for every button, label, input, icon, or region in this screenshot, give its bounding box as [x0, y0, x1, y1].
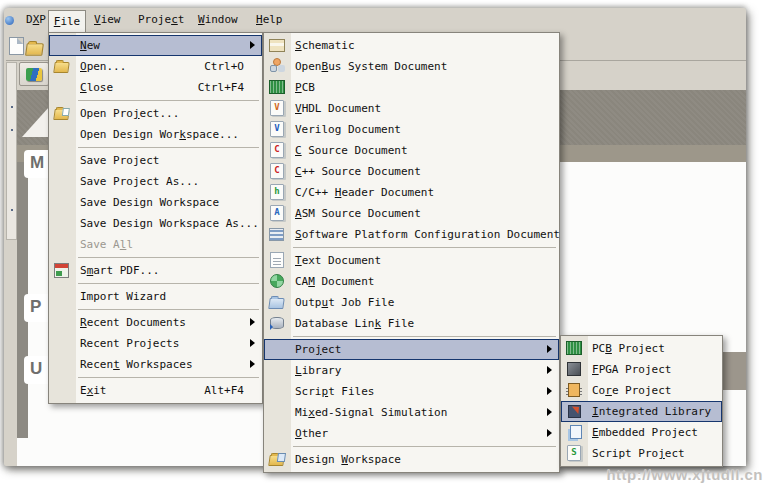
menu-item-core-project[interactable]: Core Project: [561, 380, 722, 401]
icon-gutter: [54, 37, 71, 54]
menu-item-design-workspace[interactable]: Design Workspace: [264, 449, 559, 470]
menu-item-library[interactable]: Library: [264, 360, 559, 381]
menu-item-label: Save Design Workspace: [80, 196, 219, 209]
menu-item-import-wizard[interactable]: Import Wizard: [49, 286, 262, 307]
menu-item-label: Schematic: [295, 39, 355, 52]
open-folder-icon-button[interactable]: [27, 40, 42, 55]
menubar-item-dxp[interactable]: DXP: [22, 11, 50, 29]
menu-item-integrated-library[interactable]: Integrated Library: [561, 401, 722, 422]
menu-item-database-link-file[interactable]: Database Link File: [264, 313, 559, 334]
icon-gutter: [54, 79, 71, 96]
menu-item-pcb[interactable]: PCB: [264, 77, 559, 98]
menu-item-label: Smart PDF...: [80, 264, 159, 277]
submenu-arrow-icon: [547, 345, 552, 353]
menubar-item-window[interactable]: Window: [194, 11, 242, 29]
menu-item-openbus-system-document[interactable]: OpenBus System Document: [264, 56, 559, 77]
open-folder-icon: [53, 62, 70, 73]
menu-item-script-project[interactable]: SScript Project: [561, 443, 722, 464]
software-platform-doc-icon: [269, 228, 284, 241]
icon-gutter: [54, 236, 71, 253]
submenu-arrow-icon: [547, 387, 552, 395]
submenu-arrow-icon: [547, 429, 552, 437]
submenu-arrow-icon: [547, 408, 552, 416]
submenu-arrow-icon: [547, 366, 552, 374]
menubar-item-help[interactable]: Help: [252, 11, 287, 29]
menu-item-c-c-header-document[interactable]: hC/C++ Header Document: [264, 182, 559, 203]
menu-item-pcb-project[interactable]: PCB Project: [561, 338, 722, 359]
menu-item-other[interactable]: Other: [264, 423, 559, 444]
menu-item-c-source-document[interactable]: CC++ Source Document: [264, 161, 559, 182]
fpga-project-icon: [567, 362, 581, 376]
icon-gutter: [269, 273, 286, 290]
database-link-icon: [270, 317, 284, 329]
menu-item-new[interactable]: New: [49, 35, 262, 56]
icon-gutter: [54, 356, 71, 373]
menu-item-label: PCB Project: [592, 342, 665, 355]
menu-item-embedded-project[interactable]: Embedded Project: [561, 422, 722, 443]
icon-gutter: [269, 315, 286, 332]
project-submenu: PCB ProjectFPGA ProjectCore ProjectInteg…: [560, 335, 723, 467]
menu-item-open[interactable]: Open...Ctrl+O: [49, 56, 262, 77]
output-job-icon: [268, 298, 285, 309]
icon-gutter: [269, 425, 286, 442]
icon-gutter: S: [566, 445, 583, 462]
menu-item-label: C++ Source Document: [295, 165, 421, 178]
menu-item-save-design-workspace[interactable]: Save Design Workspace: [49, 192, 262, 213]
menu-item-script-files[interactable]: Script Files: [264, 381, 559, 402]
menu-item-open-design-workspace[interactable]: Open Design Workspace...: [49, 124, 262, 145]
menu-item-close[interactable]: CloseCtrl+F4: [49, 77, 262, 98]
text-doc-icon: [270, 252, 284, 268]
menu-item-label: Import Wizard: [80, 290, 166, 303]
menu-item-recent-workspaces[interactable]: Recent Workspaces: [49, 354, 262, 375]
icon-gutter: [269, 79, 286, 96]
menu-item-save-design-workspace-as[interactable]: Save Design Workspace As...: [49, 213, 262, 234]
menu-item-verilog-document[interactable]: VVerilog Document: [264, 119, 559, 140]
menu-item-schematic[interactable]: Schematic: [264, 35, 559, 56]
menu-item-vhdl-document[interactable]: VVHDL Document: [264, 98, 559, 119]
menu-item-project[interactable]: Project: [264, 339, 559, 360]
icon-gutter: [54, 288, 71, 305]
core-project-icon: [568, 383, 580, 397]
menu-item-smart-pdf[interactable]: Smart PDF...: [49, 260, 262, 281]
menu-item-exit[interactable]: ExitAlt+F4: [49, 380, 262, 401]
menu-item-asm-source-document[interactable]: AASM Source Document: [264, 203, 559, 224]
menu-item-save-project[interactable]: Save Project: [49, 150, 262, 171]
menu-item-label: Script Files: [295, 385, 374, 398]
menu-item-text-document[interactable]: Text Document: [264, 250, 559, 271]
new-document-icon-button[interactable]: [9, 37, 24, 55]
menu-item-recent-documents[interactable]: Recent Documents: [49, 312, 262, 333]
submenu-arrow-icon: [250, 360, 255, 368]
integrated-library-icon: [568, 405, 581, 418]
icon-gutter: [269, 341, 286, 358]
icon-gutter: h: [269, 184, 286, 201]
menu-item-output-job-file[interactable]: Output Job File: [264, 292, 559, 313]
menu-item-fpga-project[interactable]: FPGA Project: [561, 359, 722, 380]
menu-item-label: Software Platform Configuration Document: [295, 228, 560, 241]
menu-item-c-source-document[interactable]: CC Source Document: [264, 140, 559, 161]
menu-item-save-all[interactable]: Save All: [49, 234, 262, 255]
icon-gutter: [566, 424, 583, 441]
icon-gutter: [54, 58, 71, 75]
menu-item-label: Design Workspace: [295, 453, 401, 466]
home-button[interactable]: [19, 62, 49, 86]
menubar-item-file[interactable]: File: [48, 10, 86, 32]
strip-dot: [11, 209, 13, 211]
new-document-icon: [9, 37, 24, 55]
icon-gutter: V: [269, 121, 286, 138]
menu-item-open-project[interactable]: Open Project...: [49, 103, 262, 124]
vhdl-doc-icon: V: [270, 100, 284, 116]
menu-item-recent-projects[interactable]: Recent Projects: [49, 333, 262, 354]
shortcut-label: Ctrl+O: [204, 60, 244, 73]
menubar-item-view[interactable]: View: [90, 11, 125, 29]
icon-gutter: [566, 340, 583, 357]
watermark: http://www.xjtudll.cn: [606, 466, 763, 483]
menu-item-cam-document[interactable]: CAM Document: [264, 271, 559, 292]
screenshot-stage: MPU DXPFileViewProjectWindowHelp NewOpen…: [0, 0, 766, 486]
menu-item-mixed-signal-simulation[interactable]: Mixed-Signal Simulation: [264, 402, 559, 423]
menu-item-label: Recent Workspaces: [80, 358, 193, 371]
menu-item-save-project-as[interactable]: Save Project As...: [49, 171, 262, 192]
menu-item-software-platform-configuration-document[interactable]: Software Platform Configuration Document: [264, 224, 559, 245]
left-panel-strip[interactable]: [6, 62, 17, 240]
embedded-project-icon: [570, 425, 582, 439]
menubar-item-project[interactable]: Project: [134, 11, 188, 29]
